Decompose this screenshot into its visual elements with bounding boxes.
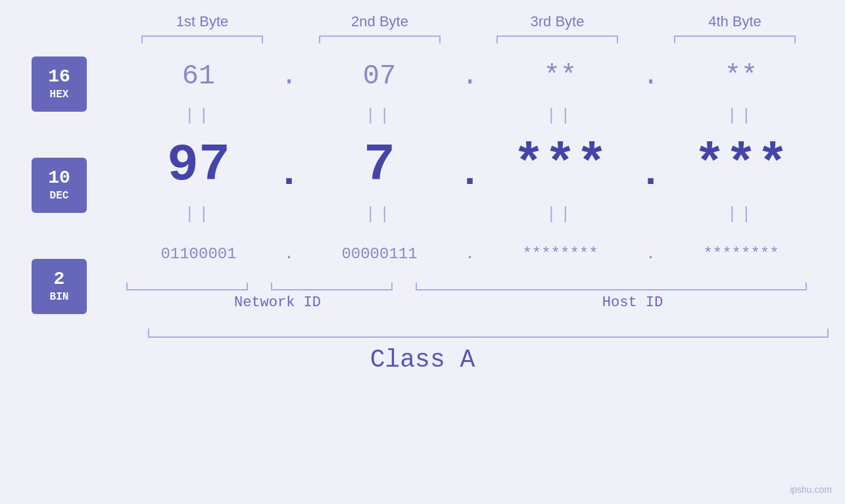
dec-val-3: *** bbox=[488, 135, 633, 195]
byte-header-4: 4th Byte bbox=[663, 13, 808, 30]
dec-badge: 10 DEC bbox=[32, 158, 87, 213]
hex-val-1: 61 bbox=[126, 60, 271, 92]
hex-num: 16 bbox=[48, 68, 70, 86]
eq-7: || bbox=[488, 204, 633, 224]
main-container: 1st Byte 2nd Byte 3rd Byte 4th Byte 16 H… bbox=[0, 0, 845, 504]
hex-val-2: 07 bbox=[307, 60, 452, 92]
hex-sep-2: . bbox=[452, 60, 488, 92]
bottom-bracket-container bbox=[148, 321, 829, 338]
bin-sep-3: . bbox=[633, 245, 669, 263]
eq-4: || bbox=[669, 106, 813, 126]
bracket-4 bbox=[674, 35, 796, 43]
dec-sep-1: . bbox=[271, 151, 307, 196]
bin-row: 01100001 . 00000111 . ******** . *******… bbox=[126, 227, 836, 280]
bin-val-2: 00000111 bbox=[307, 245, 452, 263]
dec-label: DEC bbox=[50, 190, 69, 202]
dec-val-4: *** bbox=[669, 135, 813, 195]
bin-badge: 2 BIN bbox=[32, 259, 87, 314]
hex-val-3: ** bbox=[488, 60, 633, 92]
bin-num: 2 bbox=[54, 270, 65, 288]
hex-badge: 16 HEX bbox=[32, 57, 87, 112]
bin-val-4: ******** bbox=[669, 245, 813, 263]
eq-5: || bbox=[126, 204, 271, 224]
byte-header-1: 1st Byte bbox=[130, 13, 275, 30]
bracket-3 bbox=[496, 35, 618, 43]
class-label: Class A bbox=[68, 346, 778, 374]
bin-bottom-brackets bbox=[126, 283, 836, 290]
dec-val-1: 97 bbox=[126, 135, 271, 195]
bin-sep-1: . bbox=[271, 245, 307, 263]
equals-row-1: || || || || bbox=[126, 103, 836, 129]
top-brackets bbox=[114, 35, 824, 43]
dec-val-2: 7 bbox=[307, 135, 452, 195]
hex-row: 61 . 07 . ** . ** bbox=[126, 50, 836, 103]
network-id-label: Network ID bbox=[126, 294, 429, 311]
byte-header-2: 2nd Byte bbox=[308, 13, 452, 30]
eq-8: || bbox=[669, 204, 813, 224]
watermark: ipshu.com bbox=[790, 484, 832, 495]
labels-column: 16 HEX 10 DEC 2 BIN bbox=[32, 50, 87, 314]
bin-label: BIN bbox=[50, 291, 69, 303]
bracket-1 bbox=[141, 35, 263, 43]
hex-label: HEX bbox=[50, 89, 69, 101]
host-id-label: Host ID bbox=[429, 294, 836, 311]
dec-row: 97 . 7 . *** . *** bbox=[126, 129, 836, 201]
bin-bracket-2 bbox=[271, 283, 393, 290]
byte-header-3: 3rd Byte bbox=[485, 13, 630, 30]
dec-sep-3: . bbox=[633, 151, 669, 196]
eq-1: || bbox=[126, 106, 271, 126]
values-grid: 61 . 07 . ** . ** || || || || 97 bbox=[126, 50, 845, 311]
dec-sep-2: . bbox=[452, 151, 488, 196]
eq-6: || bbox=[307, 204, 452, 224]
bottom-bracket bbox=[148, 329, 829, 338]
bracket-2 bbox=[319, 35, 441, 43]
hex-val-4: ** bbox=[669, 60, 813, 92]
network-host-labels: Network ID Host ID bbox=[126, 294, 836, 311]
bin-sep-2: . bbox=[452, 245, 488, 263]
equals-row-2: || || || || bbox=[126, 201, 836, 227]
bin-bracket-1 bbox=[126, 283, 248, 290]
dec-num: 10 bbox=[48, 169, 70, 187]
hex-sep-3: . bbox=[633, 60, 669, 92]
eq-3: || bbox=[488, 106, 633, 126]
bin-val-1: 01100001 bbox=[126, 245, 271, 263]
eq-2: || bbox=[307, 106, 452, 126]
bin-val-3: ******** bbox=[488, 245, 633, 263]
byte-headers: 1st Byte 2nd Byte 3rd Byte 4th Byte bbox=[114, 13, 824, 30]
bin-bracket-wide bbox=[416, 283, 807, 290]
hex-sep-1: . bbox=[271, 60, 307, 92]
main-content: 16 HEX 10 DEC 2 BIN 61 . 07 . ** . ** bbox=[0, 50, 845, 314]
